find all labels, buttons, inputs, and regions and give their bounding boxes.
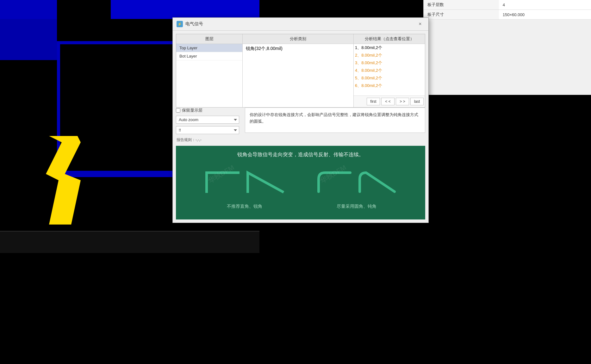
layer-item-top[interactable]: Top Layer — [176, 44, 242, 52]
result-item-4[interactable]: 4、8.00mil,2个 — [354, 67, 425, 74]
electric-signal-dialog: ⚡ 电气信号 × 图层 分析类别 分析结果（点击查看位置） — [172, 17, 429, 223]
result-item-2[interactable]: 2、8.00mil,2个 — [354, 52, 425, 59]
svg-marker-0 — [46, 136, 81, 225]
round-angle-diagram-group: 华秋DFM 尽量采用圆角、钝角 — [309, 163, 404, 209]
controls-left: 保留显示层 Auto zoom Fit 50% 100% 200% — [176, 108, 242, 143]
zoom-dropdown-wrapper: Auto zoom Fit 50% 100% 200% — [176, 116, 242, 124]
results-column-header: 分析结果（点击查看位置） — [354, 34, 425, 44]
banner-diagrams: 华秋DFM 不推荐直角、锐角 — [182, 163, 419, 209]
results-column: 1、8.00mil,2个 2、8.00mil,2个 3、8.00mil,2个 4… — [354, 44, 425, 107]
modal-titlebar: ⚡ 电气信号 × — [173, 18, 428, 31]
analysis-column-header: 分析类别 — [243, 34, 354, 44]
grid-body: Top Layer Bot Layer 锐角(32个,8.00mil) 1、8.… — [176, 44, 425, 107]
table-row: 板子尺寸 150×60.000 — [424, 10, 591, 20]
close-button[interactable]: × — [416, 20, 425, 28]
round-angle-svg-container: 华秋DFM — [309, 163, 404, 201]
grid-header-row: 图层 分析类别 分析结果（点击查看位置） — [176, 34, 425, 44]
second-dropdown-wrapper: !! ! ? — [176, 126, 242, 134]
description-box: 你的设计中存在锐角连接方式，会影响产品信号完整性，建议将锐角位置调整为钝角连接方… — [245, 108, 425, 133]
result-item-3[interactable]: 3、8.00mil,2个 — [354, 59, 425, 67]
analysis-type-item[interactable]: 锐角(32个,8.00mil) — [246, 46, 350, 52]
table-row: 板子层数 4 — [424, 0, 591, 10]
sharp-angle-svg-container: 华秋DFM — [197, 163, 292, 201]
property-panel: 板子层数 4 板子尺寸 150×60.000 — [423, 0, 591, 95]
prev-button[interactable]: < < — [381, 98, 395, 105]
prop-label: 板子层数 — [424, 0, 499, 10]
lightning-icon: ⚡ — [177, 22, 182, 26]
sharp-angle-label: 不推荐直角、锐角 — [227, 204, 262, 209]
prop-value: 4 — [499, 0, 591, 10]
result-item-1[interactable]: 1、8.00mil,2个 — [354, 44, 425, 52]
result-item-6[interactable]: 6、8.00mil,2个 — [354, 82, 425, 89]
preserve-layer-label[interactable]: 保留显示层 — [176, 108, 242, 113]
preserve-layer-checkbox[interactable] — [176, 108, 180, 113]
round-angle-svg — [309, 163, 404, 201]
prop-value: 150×60.000 — [499, 10, 591, 20]
info-banner: 锐角会导致信号走向突变，造成信号反射、传输不连续。 华秋DFM — [176, 146, 425, 219]
second-dropdown[interactable]: !! ! ? — [176, 126, 239, 134]
report-rule: 报告规则：-,-,- — [176, 137, 242, 143]
sharp-angle-svg — [197, 163, 292, 201]
layer-item-bot[interactable]: Bot Layer — [176, 52, 242, 60]
modal-body: 图层 分析类别 分析结果（点击查看位置） Top Layer Bot Layer… — [173, 31, 428, 223]
dialog-icon: ⚡ — [177, 21, 183, 27]
result-item-5[interactable]: 5、8.00mil,2个 — [354, 74, 425, 82]
prop-label: 板子尺寸 — [424, 10, 499, 20]
pagination-bar: first < < > > last — [354, 96, 425, 107]
zoom-dropdown[interactable]: Auto zoom Fit 50% 100% 200% — [176, 116, 239, 124]
round-angle-label: 尽量采用圆角、钝角 — [337, 204, 376, 209]
dialog-title: 电气信号 — [185, 21, 413, 27]
next-button[interactable]: > > — [396, 98, 409, 105]
results-list: 1、8.00mil,2个 2、8.00mil,2个 3、8.00mil,2个 4… — [354, 44, 425, 96]
banner-title: 锐角会导致信号走向突变，造成信号反射、传输不连续。 — [182, 151, 419, 158]
property-table: 板子层数 4 板子尺寸 150×60.000 — [424, 0, 591, 20]
layer-column-header: 图层 — [176, 34, 243, 44]
first-button[interactable]: first — [367, 98, 380, 105]
layers-column: Top Layer Bot Layer — [176, 44, 243, 107]
sharp-angle-diagram-group: 华秋DFM 不推荐直角、锐角 — [197, 163, 292, 209]
analysis-grid: 图层 分析类别 分析结果（点击查看位置） Top Layer Bot Layer… — [176, 34, 425, 108]
bottom-section: 保留显示层 Auto zoom Fit 50% 100% 200% — [176, 108, 425, 143]
preserve-layer-text: 保留显示层 — [182, 108, 202, 113]
analysis-type-column: 锐角(32个,8.00mil) — [243, 44, 354, 107]
last-button[interactable]: last — [410, 98, 424, 105]
